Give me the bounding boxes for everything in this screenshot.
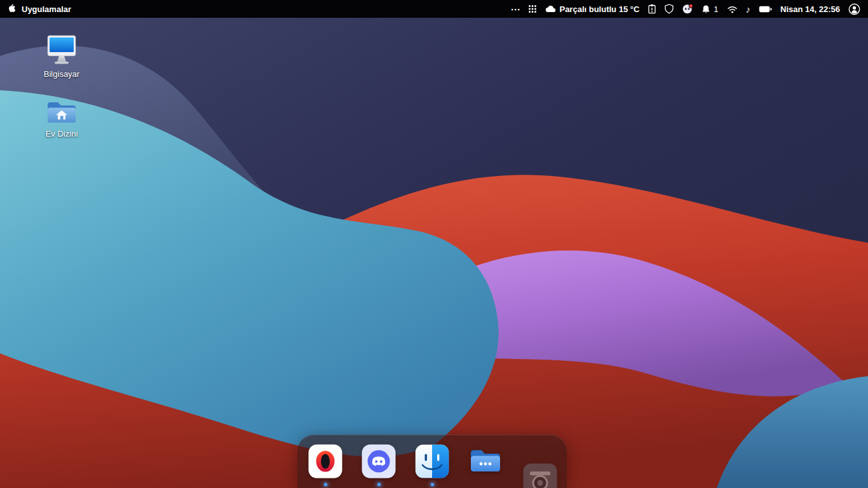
clipboard-indicator[interactable]	[648, 4, 656, 14]
dock	[297, 435, 567, 488]
wifi-indicator[interactable]	[727, 5, 738, 13]
panel-indicators: ⋯ Parçalı bulutlu 15 °C	[510, 3, 860, 15]
app-grid-button[interactable]	[528, 4, 537, 13]
screenshot-tool-icon	[522, 463, 558, 488]
ellipsis-icon: ⋯	[510, 4, 520, 14]
avatar-icon	[848, 3, 860, 15]
weather-indicator[interactable]: Parçalı bulutlu 15 °C	[545, 4, 639, 14]
more-menu-button[interactable]: ⋯	[510, 4, 520, 14]
files-folder-icon	[468, 444, 503, 479]
discord-icon	[361, 444, 397, 479]
desktop-icon-label: Ev Dizini	[46, 130, 78, 139]
desktop-icon-home[interactable]: Ev Dizini	[31, 98, 92, 139]
dock-item-files[interactable]	[468, 444, 503, 486]
notification-count: 1	[714, 4, 718, 14]
wallpaper-big-sur	[0, 0, 868, 488]
music-note-icon: ♪	[746, 4, 751, 14]
battery-icon	[759, 6, 772, 13]
running-indicator	[431, 483, 434, 486]
dock-item-screenshot-ghost[interactable]	[522, 463, 558, 488]
applications-label: Uygulamalar	[22, 4, 71, 14]
cloud-icon	[545, 4, 556, 13]
desktop-icon-computer[interactable]: Bilgisayar	[31, 34, 92, 79]
applications-menu[interactable]: Uygulamalar	[8, 3, 71, 15]
opera-icon	[308, 444, 343, 479]
weather-label: Parçalı bulutlu 15 °C	[559, 4, 639, 14]
apple-logo-icon	[8, 3, 17, 15]
home-folder-icon	[45, 98, 78, 127]
dock-item-finder[interactable]	[414, 444, 450, 486]
running-indicator	[324, 483, 327, 486]
shield-indicator[interactable]	[665, 4, 674, 14]
discord-badge-icon	[682, 3, 693, 15]
dock-item-opera[interactable]	[308, 444, 343, 486]
bell-icon	[702, 4, 710, 14]
dock-item-discord[interactable]	[361, 444, 397, 486]
battery-indicator[interactable]	[759, 6, 772, 13]
grid-icon	[528, 4, 537, 13]
top-panel: Uygulamalar ⋯ Parçalı bulutlu 15 °C	[0, 0, 868, 18]
music-indicator[interactable]: ♪	[746, 4, 751, 14]
user-menu-button[interactable]	[848, 3, 860, 15]
computer-icon	[44, 34, 79, 67]
desktop-icon-label: Bilgisayar	[44, 70, 79, 79]
running-indicator	[377, 483, 381, 486]
clipboard-icon	[648, 4, 656, 14]
clock[interactable]: Nisan 14, 22:56	[780, 4, 840, 14]
discord-tray-icon[interactable]	[682, 3, 693, 15]
shield-icon	[665, 4, 674, 14]
finder-icon	[414, 444, 450, 479]
notifications-indicator[interactable]: 1	[702, 4, 718, 14]
wifi-icon	[727, 5, 738, 13]
